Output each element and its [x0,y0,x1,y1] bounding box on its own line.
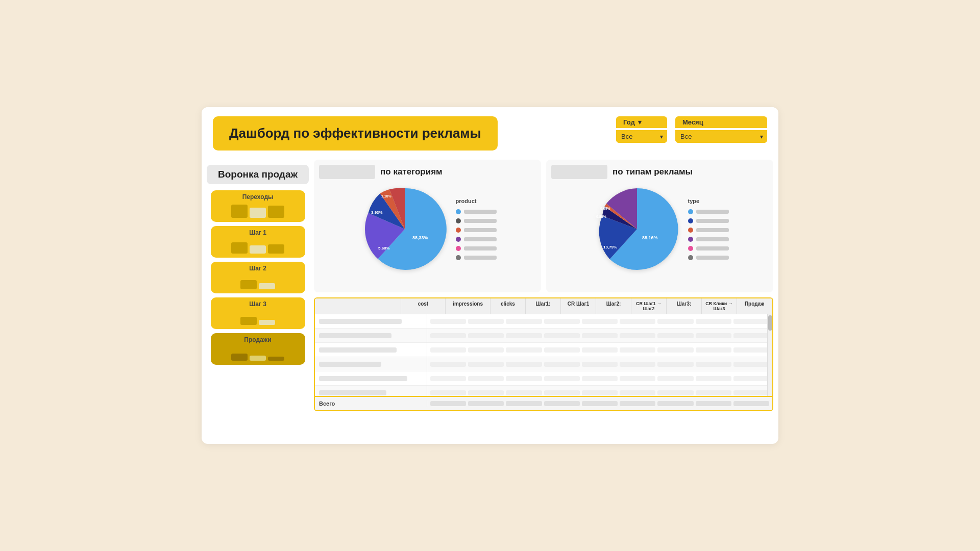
legend-bar-r5 [696,246,729,251]
chart-card-left: по категориям [314,160,541,292]
chart-header-left: по категориям [319,165,536,179]
data-blur [657,390,693,395]
legend-dot-r3 [688,228,693,233]
funnel-bar-2 [250,208,266,218]
data-blur [506,390,542,395]
legend-left: product [456,198,497,260]
legend-item-r4 [688,237,729,242]
legend-item-r5 [688,246,729,251]
data-blur [657,319,693,324]
data-blur [544,362,580,367]
data-blur [733,362,769,367]
dashboard-title: Дашборд по эффективности рекламы [229,126,481,141]
legend-dot-l3 [456,228,461,233]
footer-blur [620,401,655,406]
legend-bar-l4 [464,237,497,241]
data-blur [696,319,731,324]
header-title-box: Дашборд по эффективности рекламы [213,116,498,151]
legend-item-r2 [688,218,729,223]
funnel-bar-1 [231,205,248,218]
funnel-bars-shag3 [217,310,299,325]
legend-bar-r1 [696,210,729,214]
data-blur [582,390,618,395]
legend-title-right: type [688,198,729,204]
funnel-bar-s3-2 [259,320,275,325]
footer-blur [657,401,693,406]
legend-item-l2 [456,218,497,223]
table-data-row-6 [427,386,772,396]
filter-year-wrapper[interactable]: Все 2023 2024 [616,130,667,143]
table-data-row-3 [427,343,772,357]
footer-blur [582,401,618,406]
legend-bar-r4 [696,237,729,241]
footer-data [427,401,772,406]
pie-label-orange-right: 0,09% [600,207,611,211]
legend-dot-r1 [688,209,693,214]
legend-bar-r6 [696,256,729,260]
footer-blur [544,401,580,406]
filter-year-select[interactable]: Все 2023 2024 [616,130,667,143]
scrollbar-thumb[interactable] [768,315,772,331]
data-blur [468,319,504,324]
charts-row: по категориям [314,160,773,292]
legend-item-l4 [456,237,497,242]
funnel-section: Воронка продаж Переходы Шаг 1 [207,160,309,411]
legend-dot-l4 [456,237,461,242]
th-cr-shag1-shag2: CR Шаг1 → Шаг2 [631,298,667,314]
chevron-down-icon: ▾ [638,118,642,126]
data-blur [733,390,769,395]
funnel-bars-perekhody [217,203,299,218]
data-blur [620,319,655,324]
pie-label-darkblue-right: 10,79% [603,245,617,249]
data-blur [696,362,731,367]
funnel-bar-s1-3 [268,244,284,254]
data-blur [506,319,542,324]
funnel-bar-s3-1 [240,317,257,325]
data-blur [582,319,618,324]
legend-dot-r2 [688,218,693,223]
chart-card-right: по типам рекламы [546,160,773,292]
charts-section: по категориям [314,160,773,411]
data-blur [657,333,693,338]
data-blur [733,319,769,324]
filter-month-group: Месяц Все Январь Февраль [675,116,767,143]
data-blur [430,319,466,324]
footer-blur [733,401,769,406]
table-name-row-2 [315,329,427,343]
funnel-bars-shag2 [217,274,299,289]
data-blur [657,347,693,353]
filter-month-label: Месяц [675,116,767,128]
legend-item-l5 [456,246,497,251]
data-blur [544,376,580,381]
filter-month-select[interactable]: Все Январь Февраль [675,130,767,143]
funnel-item-shag3: Шаг 3 [211,297,305,329]
legend-dot-l2 [456,218,461,223]
pie-with-legend-right: 88,16% 10,79% 0,88% 0,09% type [551,183,768,275]
scrollbar-track[interactable] [767,314,772,396]
legend-dot-r6 [688,255,693,260]
data-blur [468,333,504,338]
th-clicks: clicks [491,298,526,314]
legend-item-l3 [456,228,497,233]
table-col-name [315,314,427,396]
pie-label-vdark-right: 0,88% [596,215,607,219]
funnel-bar-s1-2 [250,245,266,254]
footer-blur [696,401,731,406]
filter-month-wrapper[interactable]: Все Январь Февраль [675,130,767,143]
pie-label-purple-left: 5,68% [378,246,390,251]
data-blur [582,333,618,338]
chart-title-right: по типам рекламы [612,167,693,177]
dashboard-container: Дашборд по эффективности рекламы Год ▾ В… [202,107,778,444]
data-blur [468,347,504,353]
legend-item-l1 [456,209,497,214]
legend-bar-l1 [464,210,497,214]
funnel-bar-3 [268,206,284,218]
chart-header-img-left [319,165,375,179]
legend-dot-l1 [456,209,461,214]
legend-item-r3 [688,228,729,233]
data-blur [506,362,542,367]
funnel-bar-p1 [231,354,248,361]
data-blur [544,390,580,395]
funnel-bar-s1-1 [231,242,248,254]
data-blur [620,376,655,381]
